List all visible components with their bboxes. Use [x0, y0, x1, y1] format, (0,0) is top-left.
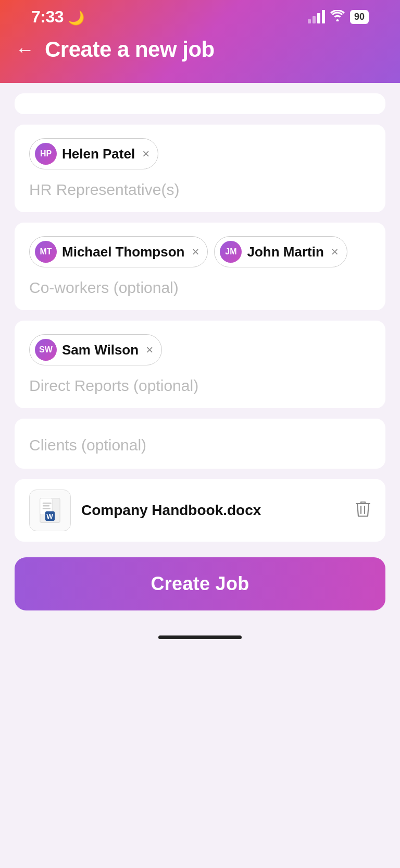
wifi-icon: [330, 10, 345, 25]
status-icons: 90: [308, 10, 369, 25]
john-martin-remove[interactable]: ×: [331, 244, 339, 259]
john-martin-name: John Martin: [247, 244, 323, 260]
create-job-button[interactable]: Create Job: [15, 557, 385, 610]
michael-thompson-avatar: MT: [35, 241, 57, 263]
partial-card: [15, 93, 385, 114]
sam-wilson-remove[interactable]: ×: [146, 343, 153, 357]
sam-wilson-name: Sam Wilson: [62, 342, 139, 358]
john-martin-tag[interactable]: JM John Martin ×: [214, 236, 347, 267]
helen-patel-avatar: HP: [35, 143, 57, 165]
hr-tags-row: HP Helen Patel ×: [29, 138, 371, 169]
home-indicator: [0, 625, 400, 655]
helen-patel-name: Helen Patel: [62, 146, 135, 162]
home-bar: [158, 635, 242, 639]
svg-rect-3: [43, 505, 49, 507]
header-nav: ← Create a new job: [16, 32, 384, 62]
word-doc-icon: W: [37, 497, 63, 523]
michael-thompson-tag[interactable]: MT Michael Thompson ×: [29, 236, 208, 267]
svg-text:W: W: [46, 512, 53, 520]
direct-reports-tags-row: SW Sam Wilson ×: [29, 334, 371, 365]
coworkers-placeholder[interactable]: Co-workers (optional): [29, 276, 371, 297]
back-button[interactable]: ←: [16, 40, 34, 59]
helen-patel-remove[interactable]: ×: [142, 146, 149, 161]
header: 7:33 🌙 90 ← Create a new job: [0, 0, 400, 83]
michael-thompson-name: Michael Thompson: [62, 244, 184, 260]
battery-level: 90: [354, 11, 365, 22]
delete-file-button[interactable]: [355, 500, 371, 521]
direct-reports-section[interactable]: SW Sam Wilson × Direct Reports (optional…: [15, 321, 385, 408]
file-name: Company Handbook.docx: [81, 502, 345, 519]
page-title: Create a new job: [45, 37, 215, 62]
hr-placeholder[interactable]: HR Representative(s): [29, 178, 371, 199]
sam-wilson-avatar: SW: [35, 339, 57, 361]
status-time: 7:33 🌙: [31, 7, 84, 27]
main-content: HP Helen Patel × HR Representative(s) MT…: [0, 83, 400, 552]
signal-icon: [308, 11, 325, 23]
helen-patel-tag[interactable]: HP Helen Patel ×: [29, 138, 158, 169]
svg-rect-2: [43, 503, 52, 504]
direct-reports-placeholder[interactable]: Direct Reports (optional): [29, 374, 371, 395]
battery-indicator: 90: [350, 10, 369, 24]
michael-thompson-remove[interactable]: ×: [192, 244, 199, 259]
moon-icon: 🌙: [68, 10, 84, 26]
hr-representatives-section[interactable]: HP Helen Patel × HR Representative(s): [15, 125, 385, 212]
file-attachment[interactable]: W Company Handbook.docx: [15, 479, 385, 542]
coworkers-section[interactable]: MT Michael Thompson × JM John Martin × C…: [15, 223, 385, 310]
clients-placeholder[interactable]: Clients (optional): [29, 433, 371, 454]
status-bar: 7:33 🌙 90: [16, 0, 384, 32]
file-icon-wrapper: W: [29, 490, 71, 531]
john-martin-avatar: JM: [220, 241, 242, 263]
time-display: 7:33: [31, 7, 64, 26]
sam-wilson-tag[interactable]: SW Sam Wilson ×: [29, 334, 162, 365]
coworkers-tags-row: MT Michael Thompson × JM John Martin ×: [29, 236, 371, 267]
clients-section[interactable]: Clients (optional): [15, 419, 385, 469]
svg-rect-4: [43, 508, 51, 509]
